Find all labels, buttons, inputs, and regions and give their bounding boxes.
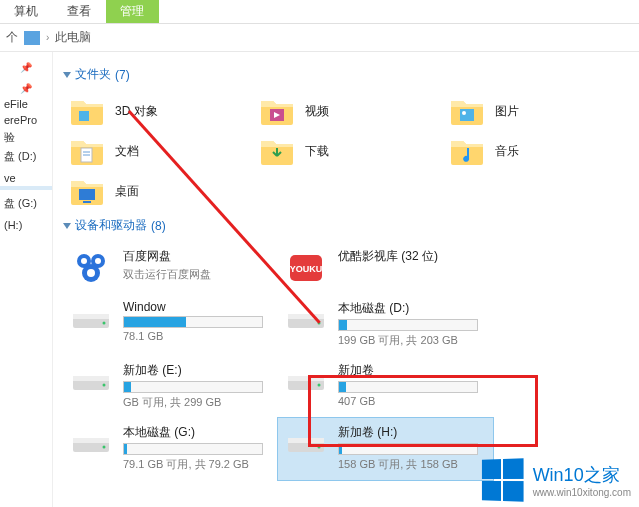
sidebar-item[interactable]: eFile [0,96,52,112]
svg-rect-0 [79,111,89,121]
svg-rect-8 [79,189,95,200]
tab-view[interactable]: 查看 [53,0,106,23]
folder-grid: 3D 对象视频图片文档下载音乐桌面 [63,91,635,211]
breadcrumb-root: 此电脑 [55,29,91,46]
drive-subtext: GB 可用, 共 299 GB [123,395,272,410]
drive-title: 优酷影视库 (32 位) [338,248,487,265]
drive-title: 本地磁盘 (D:) [338,300,487,317]
chevron-down-icon [63,72,71,78]
folder-desktop-icon [69,175,105,207]
sidebar-item[interactable]: 验 [0,128,52,147]
drive-usage-bar [123,443,263,455]
drive-subtext: 199 GB 可用, 共 203 GB [338,333,487,348]
drive-item[interactable]: Window78.1 GB [63,294,278,356]
folder-item[interactable]: 文档 [63,131,253,171]
drive-title: 本地磁盘 (G:) [123,424,272,441]
folder-label: 文档 [115,143,139,160]
breadcrumb-up: 个 [6,29,18,46]
sidebar-item[interactable]: erePro [0,112,52,128]
svg-rect-9 [83,201,91,203]
breadcrumb[interactable]: 个 › 此电脑 [0,24,639,52]
chevron-down-icon [63,223,71,229]
svg-rect-31 [73,438,109,443]
svg-point-13 [81,258,87,264]
section-count: (7) [115,68,130,82]
folder-label: 图片 [495,103,519,120]
svg-rect-25 [73,376,109,381]
watermark: Win10之家 www.win10xitong.com [481,459,631,501]
folder-item[interactable]: 视频 [253,91,443,131]
svg-point-15 [87,269,95,277]
section-title: 设备和驱动器 [75,217,147,234]
drive-usage-bar [123,316,263,328]
drive-title: 百度网盘 [123,248,272,265]
folder-item[interactable]: 3D 对象 [63,91,253,131]
youku-icon: YOUKU [284,248,328,286]
drive-item[interactable]: 本地磁盘 (G:)79.1 GB 可用, 共 79.2 GB [63,418,278,480]
nav-sidebar: 📌 📌 eFile erePro 验 盘 (D:) ve 盘 (G:) (H:) [0,52,53,507]
windows-logo-icon [482,458,524,502]
folder-docs-icon [69,135,105,167]
sidebar-item[interactable]: (H:) [0,217,52,233]
svg-point-32 [103,446,106,449]
drive-item[interactable]: 本地磁盘 (D:)199 GB 可用, 共 203 GB [278,294,493,356]
folder-item[interactable]: 下载 [253,131,443,171]
folder-item[interactable]: 桌面 [63,171,253,211]
section-title: 文件夹 [75,66,111,83]
folder-item[interactable]: 音乐 [443,131,633,171]
folder-item[interactable]: 图片 [443,91,633,131]
sidebar-item[interactable] [0,75,52,79]
hdd-icon [69,300,113,338]
sidebar-item[interactable]: 盘 (G:) [0,194,52,213]
folder-label: 视频 [305,103,329,120]
drive-subtext: 双击运行百度网盘 [123,267,272,282]
drive-subtext: 78.1 GB [123,330,272,342]
hdd-icon [69,424,113,462]
tab-manage[interactable]: 管理 [106,0,159,23]
ribbon-tabs: 算机 查看 管理 [0,0,639,24]
hdd-icon [69,362,113,400]
annotation-box [308,375,538,447]
watermark-brand: Win10之家 [533,463,631,487]
section-folders-header[interactable]: 文件夹 (7) [63,66,635,83]
svg-text:YOUKU: YOUKU [290,264,323,274]
baidu-icon [69,248,113,286]
drive-usage-bar [338,319,478,331]
svg-point-26 [103,384,106,387]
svg-rect-19 [73,314,109,319]
sidebar-item[interactable]: 盘 (D:) [0,147,52,166]
drive-subtext: 79.1 GB 可用, 共 79.2 GB [123,457,272,472]
folder-pictures-icon [449,95,485,127]
section-drives-header[interactable]: 设备和驱动器 (8) [63,217,635,234]
svg-rect-22 [288,314,324,319]
folder-label: 音乐 [495,143,519,160]
drive-item[interactable]: 百度网盘双击运行百度网盘 [63,242,278,294]
folder-music-icon [449,135,485,167]
pin-icon: 📌 [0,62,52,73]
sidebar-item[interactable]: ve [0,170,52,186]
drive-item[interactable]: YOUKU优酷影视库 (32 位) [278,242,493,294]
drive-usage-bar [123,381,263,393]
svg-rect-3 [460,109,474,121]
drive-item[interactable]: 新加卷 (E:)GB 可用, 共 299 GB [63,356,278,418]
section-count: (8) [151,219,166,233]
folder-downloads-icon [259,135,295,167]
pin-icon: 📌 [0,83,52,94]
folder-label: 桌面 [115,183,139,200]
folder-3d-icon [69,95,105,127]
svg-point-14 [95,258,101,264]
folder-video-icon [259,95,295,127]
folder-label: 下载 [305,143,329,160]
drive-subtext: 158 GB 可用, 共 158 GB [338,457,487,472]
watermark-url: www.win10xitong.com [533,487,631,498]
drive-title: Window [123,300,272,314]
svg-point-20 [103,322,106,325]
drive-title: 新加卷 (E:) [123,362,272,379]
this-pc-icon [24,31,40,45]
chevron-right-icon: › [46,32,49,43]
tab-computer[interactable]: 算机 [0,0,53,23]
svg-point-4 [462,111,466,115]
